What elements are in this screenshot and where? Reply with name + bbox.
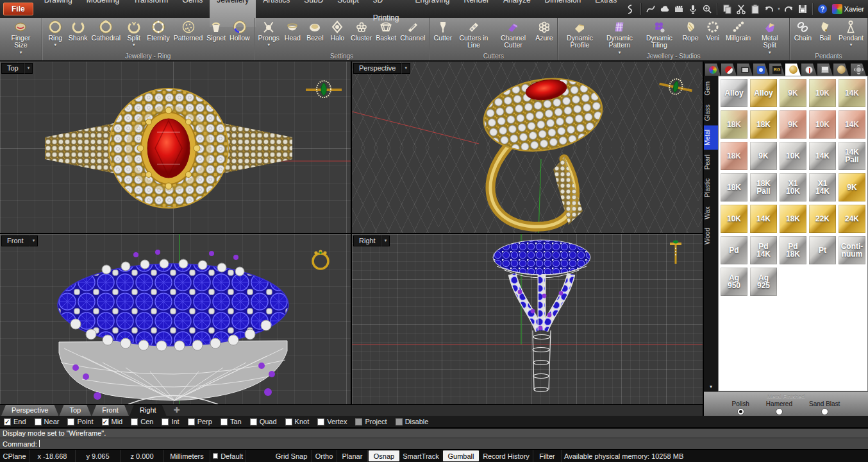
viewport-title-top[interactable]: Top — [1, 63, 24, 74]
osnap-checkbox-knot[interactable] — [285, 418, 292, 425]
viewport-tab-top[interactable]: Top — [59, 405, 91, 416]
panel-tab-gold-material[interactable] — [785, 64, 801, 76]
zoom-plus-icon[interactable] — [701, 3, 714, 15]
osnap-checkbox-end[interactable]: ✓ — [4, 418, 11, 425]
ribbon-button-bail[interactable]: Bail — [814, 19, 837, 42]
command-input[interactable]: Command: — [0, 438, 868, 449]
ribbon-button-ring[interactable]: Ring▾ — [44, 19, 67, 47]
ribbon-button-dynamic-tiling[interactable]: Dynamic Tiling — [639, 19, 679, 49]
viewport-front[interactable]: Front▾ — [0, 234, 351, 404]
ribbon-button-millgrain[interactable]: Millgrain — [724, 19, 752, 42]
material-swatch-9k[interactable]: 9K — [780, 79, 806, 107]
osnap-toggle-vertex[interactable]: Vertex — [317, 418, 347, 425]
material-category-wax[interactable]: Wax — [704, 202, 718, 224]
material-swatch-10k[interactable]: 10K — [809, 110, 836, 139]
statusbar-osnap[interactable]: Osnap — [369, 450, 399, 461]
new-viewport-tab-icon[interactable]: ✚ — [167, 406, 187, 416]
viewport-tab-perspective[interactable]: Perspective — [1, 405, 58, 416]
osnap-checkbox-vertex[interactable] — [317, 418, 324, 425]
ribbon-button-cutters-in-line[interactable]: Cutters in Line — [454, 19, 493, 49]
statusbar-millimeters[interactable]: Millimeters — [164, 450, 210, 462]
finish-radio-polish[interactable] — [737, 408, 744, 415]
osnap-checkbox-cen[interactable] — [131, 418, 138, 425]
osnap-checkbox-mid[interactable]: ✓ — [102, 418, 109, 425]
material-category-glass[interactable]: Glass — [704, 100, 718, 126]
osnap-toggle-end[interactable]: ✓End — [4, 418, 26, 425]
statusbar-smarttrack[interactable]: SmartTrack — [400, 450, 442, 462]
statusbar-cplane[interactable]: CPlane — [0, 450, 29, 462]
viewport-menu-arrow-icon[interactable]: ▾ — [381, 235, 390, 246]
help-icon[interactable]: ? — [816, 3, 829, 15]
ribbon-button-split[interactable]: Split▾ — [122, 19, 145, 47]
material-swatch-18k[interactable]: 18K — [721, 142, 747, 170]
ring-top-view[interactable] — [45, 89, 292, 208]
material-swatch-10k[interactable]: 10K — [780, 142, 806, 170]
material-swatch-ag-925[interactable]: Ag 925 — [750, 268, 777, 296]
panel-tab-rhinogold[interactable]: RG — [769, 64, 785, 76]
viewport-title-perspective[interactable]: Perspective — [353, 63, 401, 74]
statusbar-default[interactable]: Default — [210, 450, 246, 462]
ribbon-button-channel[interactable]: Channel — [398, 19, 427, 42]
material-swatch-alloy[interactable]: Alloy — [721, 79, 747, 107]
dropdown-arrow-icon[interactable]: ▾ — [20, 50, 22, 55]
ring-right-view[interactable] — [493, 240, 590, 392]
ribbon-button-chain[interactable]: Chain — [792, 19, 814, 42]
osnap-toggle-cen[interactable]: Cen — [131, 418, 153, 425]
material-swatch-18k-pall[interactable]: 18K Pall — [750, 173, 777, 201]
osnap-toggle-knot[interactable]: Knot — [285, 418, 310, 425]
cut-icon[interactable] — [735, 3, 747, 15]
panel-tab-camera[interactable] — [753, 64, 769, 76]
finish-option-polish[interactable]: Polish — [732, 400, 749, 415]
osnap-toggle-project[interactable]: Project — [355, 418, 387, 425]
panel-scroll-down-icon[interactable]: ▾ — [704, 382, 718, 391]
grasshopper-icon[interactable] — [624, 3, 637, 15]
ribbon-button-cathedral[interactable]: Cathedral — [90, 19, 123, 42]
osnap-toggle-disable[interactable]: Disable — [396, 418, 429, 425]
panel-tab-gear[interactable] — [851, 64, 866, 76]
panel-tab-cabinet[interactable] — [817, 64, 833, 76]
osnap-toggle-mid[interactable]: ✓Mid — [102, 418, 123, 425]
material-swatch-14k[interactable]: 14K — [839, 110, 865, 139]
osnap-checkbox-quad[interactable] — [250, 418, 257, 425]
ribbon-button-cluster[interactable]: Cluster — [349, 19, 374, 42]
statusbar-grid-snap[interactable]: Grid Snap — [272, 450, 312, 462]
osnap-toggle-near[interactable]: Near — [35, 418, 60, 425]
ribbon-button-bezel[interactable]: Bezel — [304, 19, 326, 42]
material-swatch-alloy[interactable]: Alloy — [750, 79, 777, 107]
dropdown-arrow-icon[interactable]: ▾ — [54, 42, 57, 47]
ribbon-button-hollow[interactable]: Hollow — [228, 19, 252, 42]
clapperboard-icon[interactable] — [672, 3, 685, 15]
osnap-toggle-perp[interactable]: Perp — [188, 418, 212, 425]
ribbon-button-azure[interactable]: Azure — [533, 19, 555, 42]
statusbar-record-history[interactable]: Record History — [480, 450, 533, 462]
redo-icon[interactable] — [782, 3, 795, 15]
viewport-canvas-right[interactable] — [352, 234, 703, 403]
panel-tab-display[interactable] — [737, 64, 753, 76]
paste-icon[interactable] — [749, 3, 762, 15]
viewport-canvas-top[interactable] — [0, 62, 351, 233]
copy-icon[interactable] — [721, 3, 733, 15]
secondary-ring-object-right[interactable] — [670, 241, 681, 264]
osnap-toggle-int[interactable]: Int — [162, 418, 179, 425]
material-category-pearl[interactable]: Pearl — [704, 150, 718, 174]
osnap-checkbox-project[interactable] — [355, 418, 362, 425]
material-swatch-9k[interactable]: 9K — [750, 142, 777, 170]
dropdown-arrow-icon[interactable]: ▾ — [850, 42, 853, 47]
ribbon-button-halo[interactable]: Halo — [326, 19, 349, 42]
curve-icon[interactable] — [644, 3, 657, 15]
material-swatch-x1-14k[interactable]: X1 14K — [809, 173, 836, 201]
osnap-checkbox-point[interactable] — [67, 418, 74, 425]
material-category-gem[interactable]: Gem — [704, 77, 718, 100]
ribbon-button-cutter[interactable]: Cutter — [431, 19, 454, 42]
ribbon-button-channel-cutter[interactable]: Channel Cutter — [493, 19, 533, 49]
viewport-menu-arrow-icon[interactable]: ▾ — [29, 235, 38, 246]
ribbon-button-patterned[interactable]: Patterned — [172, 19, 205, 42]
statusbar-ortho[interactable]: Ortho — [312, 450, 337, 462]
material-swatch-18k[interactable]: 18K — [721, 173, 747, 201]
material-swatch-conti-nuum[interactable]: Conti- nuum — [839, 236, 865, 264]
osnap-checkbox-near[interactable] — [35, 418, 42, 425]
secondary-ring-object-top[interactable] — [306, 81, 342, 98]
ribbon-button-shank[interactable]: Shank — [67, 19, 90, 42]
panel-tab-clay[interactable] — [833, 64, 849, 76]
material-swatch-10k[interactable]: 10K — [721, 205, 747, 233]
